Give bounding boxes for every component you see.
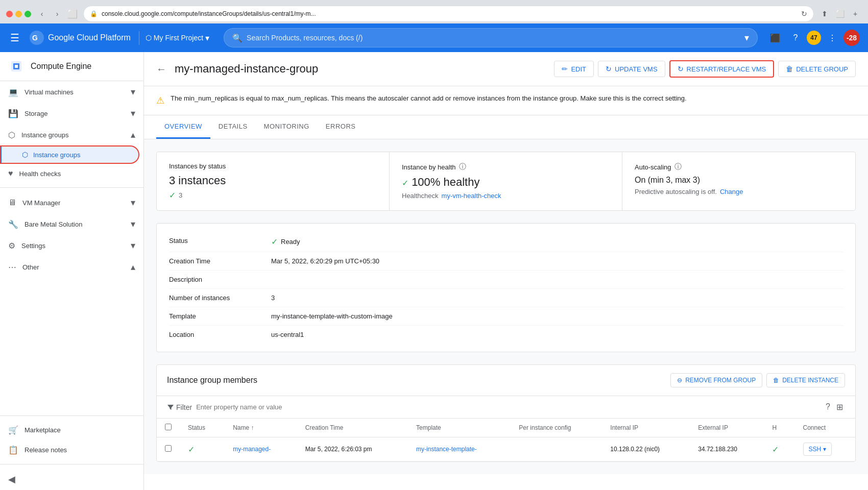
col-header-template: Template — [408, 419, 511, 437]
select-all-checkbox[interactable] — [165, 424, 172, 430]
members-title: Instance group members — [167, 376, 662, 385]
sort-icon[interactable]: ↑ — [251, 424, 254, 431]
project-name-text: My First Project — [154, 34, 203, 42]
tab-errors[interactable]: ERRORS — [318, 115, 364, 139]
browser-action-buttons: ⬆ ⬜ + — [818, 7, 862, 20]
sidebar-item-settings[interactable]: ⚙ Settings ▾ — [0, 235, 143, 256]
delete-group-button[interactable]: 🗑 DELETE GROUP — [778, 61, 856, 77]
num-instances-label: Number of instances — [169, 294, 271, 302]
sidebar-item-bare-metal[interactable]: 🔧 Bare Metal Solution ▾ — [0, 213, 143, 235]
row-template-link[interactable]: my-instance-template- — [416, 446, 477, 453]
search-bar[interactable]: 🔍 Search Products, resources, docs (/) ▾ — [224, 28, 758, 47]
health-checks-label: Health checks — [19, 170, 61, 178]
vm-label: Virtual machines — [25, 88, 74, 96]
ssh-connect-button[interactable]: SSH ▾ — [803, 443, 832, 456]
prop-row-status: Status ✓ Ready — [169, 232, 843, 252]
share-button[interactable]: ⬆ — [818, 7, 831, 20]
columns-filter-icon[interactable]: ⊞ — [834, 400, 845, 414]
delete-instance-button[interactable]: 🗑 DELETE INSTANCE — [766, 373, 845, 387]
warning-triangle-icon: ⚠ — [156, 94, 164, 108]
help-button[interactable]: ? — [786, 29, 805, 47]
sidebar-item-instance-groups-active[interactable]: ⬡ Instance groups — [0, 145, 139, 164]
chevron-down-icon-settings: ▾ — [131, 240, 135, 251]
healthcheck-link[interactable]: my-vm-health-check — [442, 192, 501, 200]
notification-badge[interactable]: 47 — [807, 31, 821, 45]
sidebar-collapse-button[interactable]: ◀ — [8, 474, 15, 485]
autoscaling-detail: Predictive autoscaling is off. Change — [635, 188, 843, 195]
members-action-buttons: ⊖ REMOVE FROM GROUP 🗑 DELETE INSTANCE — [670, 373, 845, 387]
chevron-down-icon-vm: ▾ — [131, 197, 135, 208]
vm-icon: 💻 — [8, 87, 18, 97]
ssh-label: SSH — [809, 446, 822, 453]
sidebar-item-virtual-machines[interactable]: 💻 Virtual machines ▾ — [0, 81, 143, 103]
sidebar-item-marketplace[interactable]: 🛒 Marketplace — [0, 420, 139, 440]
col-header-internal-ip: Internal IP — [602, 419, 690, 437]
search-placeholder-text: Search Products, resources, docs (/) — [247, 34, 740, 42]
sidebar-item-other[interactable]: ⋯ Other ▴ — [0, 256, 143, 278]
refresh-icon[interactable]: ↻ — [801, 10, 807, 18]
row-checkbox[interactable] — [165, 445, 172, 452]
col-header-status: Status — [180, 419, 225, 437]
project-selector[interactable]: ⬡ My First Project ▾ — [139, 31, 215, 45]
back-button[interactable]: ‹ — [35, 7, 49, 20]
autoscaling-panel: Auto-scaling ⓘ On (min 3, max 3) Predict… — [622, 152, 855, 210]
sidebar-divider-2 — [0, 415, 143, 416]
prop-row-num-instances: Number of instances 3 — [169, 289, 843, 307]
instance-groups-sub-icon: ⬡ — [22, 151, 28, 159]
autoscaling-change-link[interactable]: Change — [720, 188, 743, 195]
tab-monitoring[interactable]: MONITORING — [256, 115, 318, 139]
filter-input[interactable] — [196, 403, 819, 411]
hamburger-menu-button[interactable]: ☰ — [8, 30, 21, 46]
marketplace-label: Marketplace — [25, 426, 61, 434]
tab-details[interactable]: DETAILS — [210, 115, 256, 139]
row-name: my-managed- — [225, 437, 297, 461]
address-bar[interactable]: 🔒 console.cloud.google.com/compute/insta… — [83, 6, 814, 22]
restart-replace-vms-button[interactable]: ↻ RESTART/REPLACE VMS — [669, 60, 775, 78]
sidebar-item-vm-manager[interactable]: 🖥 VM Manager ▾ — [0, 192, 143, 213]
autoscaling-info-icon[interactable]: ⓘ — [674, 162, 682, 172]
sidebar-item-instance-groups-header[interactable]: ⬡ Instance groups ▴ — [0, 124, 143, 145]
health-info-icon[interactable]: ⓘ — [459, 162, 466, 172]
sidebar-toggle-button[interactable]: ⬜ — [66, 7, 79, 20]
back-navigation-button[interactable]: ← — [156, 63, 166, 75]
instance-groups-header-label: Instance groups — [21, 131, 69, 139]
more-options-button[interactable]: ⋮ — [823, 29, 841, 47]
delete-instance-icon: 🗑 — [773, 377, 779, 384]
help-filter-icon[interactable]: ? — [824, 400, 832, 414]
restart-replace-label: RESTART/REPLACE VMS — [687, 65, 766, 73]
warning-banner: ⚠ The min_num_replicas is equal to max_n… — [144, 86, 868, 115]
cloud-shell-button[interactable]: ⬛ — [766, 29, 784, 47]
sidebar-item-health-checks[interactable]: ♥ Health checks — [0, 164, 139, 183]
edit-button[interactable]: ✏ EDIT — [554, 61, 594, 77]
user-avatar[interactable]: -28 — [843, 30, 860, 46]
ssh-dropdown-icon[interactable]: ▾ — [823, 446, 826, 453]
tabs-bar: OVERVIEW DETAILS MONITORING ERRORS — [144, 115, 868, 139]
prop-row-description: Description — [169, 271, 843, 289]
properties-section: Status ✓ Ready Creation Time Mar 5, 2022… — [156, 223, 856, 352]
close-window-dot[interactable] — [6, 11, 13, 17]
remove-from-group-button[interactable]: ⊖ REMOVE FROM GROUP — [670, 373, 762, 387]
instances-status-detail: ✓ 3 — [169, 190, 377, 200]
more-button[interactable]: + — [849, 7, 862, 20]
sidebar-item-storage[interactable]: 💾 Storage ▾ — [0, 103, 143, 124]
sidebar-item-release-notes[interactable]: 📋 Release notes — [0, 440, 139, 460]
search-expand-icon[interactable]: ▾ — [744, 32, 749, 43]
page-header: ← my-managed-instance-group ✏ EDIT ↻ UPD… — [144, 52, 868, 86]
chevron-down-icon: ▾ — [131, 86, 135, 97]
extensions-button[interactable]: ⬜ — [833, 7, 847, 20]
row-name-link[interactable]: my-managed- — [233, 446, 271, 453]
instances-by-status-title: Instances by status — [169, 162, 377, 170]
sidebar-bottom: 🛒 Marketplace 📋 Release notes ◀ — [0, 411, 143, 490]
instances-count-value: 3 instances — [169, 174, 377, 187]
forward-button[interactable]: › — [51, 7, 64, 20]
tab-overview[interactable]: OVERVIEW — [156, 115, 210, 139]
update-vms-button[interactable]: ↻ UPDATE VMS — [598, 61, 665, 77]
minimize-window-dot[interactable] — [15, 11, 22, 17]
row-external-ip: 34.72.188.230 — [690, 437, 764, 461]
chevron-down-icon-bms: ▾ — [131, 218, 135, 230]
prop-row-template: Template my-instance-template-with-custo… — [169, 307, 843, 326]
sidebar-collapse-item[interactable]: ◀ — [0, 469, 139, 490]
svg-rect-4 — [15, 65, 18, 68]
instance-by-health-title: Instance by health ⓘ — [402, 162, 610, 172]
maximize-window-dot[interactable] — [25, 11, 31, 17]
